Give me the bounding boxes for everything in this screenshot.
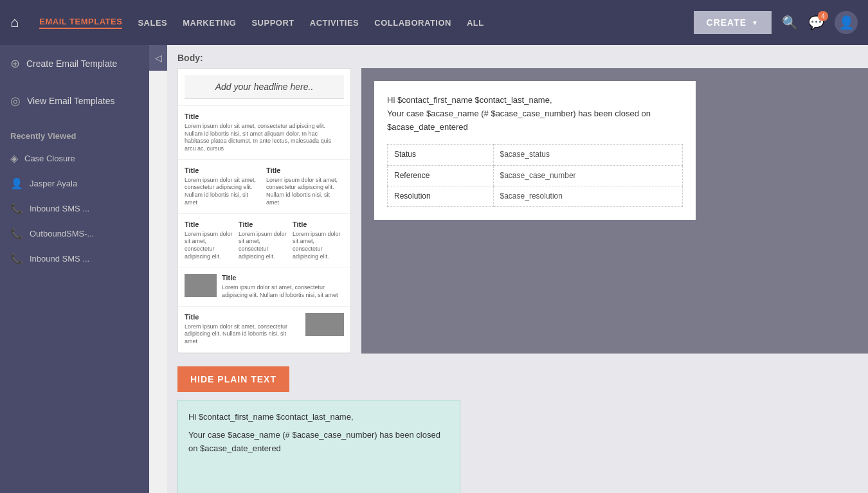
nav-sales[interactable]: SALES xyxy=(138,18,167,28)
tmpl-title-col1: Title xyxy=(185,166,262,174)
case-closure-icon: ◈ xyxy=(10,152,18,165)
top-navigation: ⌂ EMAIL TEMPLATES SALES MARKETING SUPPOR… xyxy=(0,0,868,45)
sidebar: ⊕ Create Email Template ◎ View Email Tem… xyxy=(0,45,149,493)
user-avatar[interactable]: 👤 xyxy=(835,11,858,34)
preview-body-line2: $acase_date_entered xyxy=(387,122,468,132)
status-field-label: Status xyxy=(388,145,494,165)
template-option-headline[interactable]: Add your headline here.. xyxy=(178,69,350,106)
collapse-icon: ◁ xyxy=(155,53,162,63)
inbound-sms-1-icon: 📞 xyxy=(10,202,23,215)
recent-label-inbound-sms-2: Inbound SMS ... xyxy=(30,254,89,264)
tmpl-title-3c2: Title xyxy=(239,220,290,228)
recent-item-jasper-ayala[interactable]: 👤 Jasper Ayala xyxy=(0,171,149,196)
create-button[interactable]: CREATE ▼ xyxy=(694,11,772,34)
email-preview-area: Hi $contact_first_name $contact_last_nam… xyxy=(361,68,868,354)
template-option-image-right[interactable]: Title Lorem ipsum dolor sit amet, consec… xyxy=(178,307,350,353)
tmpl-title-img-left: Title xyxy=(222,274,344,282)
nav-collaboration[interactable]: COLLABORATION xyxy=(374,18,451,28)
recent-label-outbound-sms: OutboundSMS-... xyxy=(30,229,94,238)
recent-label-case-closure: Case Closure xyxy=(24,154,75,163)
template-picker: Add your headline here.. Title Lorem ips… xyxy=(177,68,351,354)
inbound-sms-2-icon: 📞 xyxy=(10,253,23,265)
preview-body-line1: Your case $acase_name (# $acase_case_num… xyxy=(387,109,651,118)
status-field-value: $acase_status xyxy=(493,145,682,165)
tmpl-title-img-right: Title xyxy=(185,313,300,321)
sidebar-create-label: Create Email Template xyxy=(26,58,117,69)
home-icon[interactable]: ⌂ xyxy=(10,14,19,31)
tmpl-three-col-wrapper: Title Lorem ipsum dolor sit amet, consec… xyxy=(185,220,344,261)
tmpl-text-col2: Lorem ipsum dolor sit amet, consectetur … xyxy=(266,177,344,207)
preview-greeting: Hi $contact_first_name $contact_last_nam… xyxy=(387,94,683,134)
tmpl-text-3c1: Lorem ipsum dolor sit amet, consectetur … xyxy=(185,231,236,261)
sidebar-collapse-button[interactable]: ◁ xyxy=(149,45,167,71)
content-area: Add your headline here.. Title Lorem ips… xyxy=(167,68,868,366)
nav-all[interactable]: ALL xyxy=(467,18,484,28)
jasper-ayala-icon: 👤 xyxy=(10,177,23,190)
tmpl-three-col-3: Title Lorem ipsum dolor sit amet, consec… xyxy=(293,220,344,261)
tmpl-img-right-wrapper: Title Lorem ipsum dolor sit amet, consec… xyxy=(185,313,344,346)
recent-item-inbound-sms-2[interactable]: 📞 Inbound SMS ... xyxy=(0,246,149,271)
tmpl-two-col-wrapper: Title Lorem ipsum dolor sit amet, consec… xyxy=(185,166,344,207)
tmpl-text-img-right: Lorem ipsum dolor sit amet, consectetur … xyxy=(185,323,300,346)
nav-support[interactable]: SUPPORT xyxy=(251,18,294,28)
sidebar-item-create-template[interactable]: ⊕ Create Email Template xyxy=(0,45,149,82)
tmpl-img-left-wrapper: Title Lorem ipsum dolor sit amet, consec… xyxy=(185,274,344,299)
template-option-two-col[interactable]: Title Lorem ipsum dolor sit amet, consec… xyxy=(178,160,350,214)
tmpl-three-col-1: Title Lorem ipsum dolor sit amet, consec… xyxy=(185,220,236,261)
recent-item-outbound-sms[interactable]: 📞 OutboundSMS-... xyxy=(0,221,149,246)
resolution-field-label: Resolution xyxy=(388,186,494,206)
user-icon: 👤 xyxy=(838,15,854,30)
tmpl-img-left-content: Title Lorem ipsum dolor sit amet, consec… xyxy=(222,274,344,299)
tmpl-text-3c2: Lorem ipsum dolor sit amet, consectetur … xyxy=(239,231,290,261)
tmpl-title-3c1: Title xyxy=(185,220,236,228)
template-headline-text: Add your headline here.. xyxy=(185,75,344,99)
body-label: Body: xyxy=(167,45,868,68)
template-option-image-left[interactable]: Title Lorem ipsum dolor sit amet, consec… xyxy=(178,267,350,306)
tmpl-img-right-content: Title Lorem ipsum dolor sit amet, consec… xyxy=(185,313,300,346)
template-option-single-col[interactable]: Title Lorem ipsum dolor sit amet, consec… xyxy=(178,106,350,160)
tmpl-text-1: Lorem ipsum dolor sit amet, consectetur … xyxy=(185,123,344,153)
nav-activities[interactable]: ACTIVITIES xyxy=(310,18,359,28)
tmpl-three-col-2: Title Lorem ipsum dolor sit amet, consec… xyxy=(239,220,290,261)
tmpl-title-col2: Title xyxy=(266,166,344,174)
sidebar-view-label: View Email Templates xyxy=(27,96,114,106)
resolution-field-value: $acase_resolution xyxy=(493,186,682,206)
table-row-reference: Reference $acase_case_number xyxy=(388,165,683,186)
main-content-area: Body: Add your headline here.. Title Lor… xyxy=(167,45,868,493)
recent-item-case-closure[interactable]: ◈ Case Closure xyxy=(0,146,149,171)
tmpl-title-1: Title xyxy=(185,112,344,120)
plain-text-area: Hi $contact_first_name $contact_last_nam… xyxy=(177,400,460,493)
plain-text-line1: Hi $contact_first_name $contact_last_nam… xyxy=(188,411,449,424)
bottom-section: HIDE PLAIN TEXT Hi $contact_first_name $… xyxy=(167,366,868,493)
hide-plain-text-button[interactable]: HIDE PLAIN TEXT xyxy=(177,366,289,392)
template-option-three-col[interactable]: Title Lorem ipsum dolor sit amet, consec… xyxy=(178,214,350,268)
notifications-button[interactable]: 💬 4 xyxy=(808,15,824,30)
recent-label-jasper-ayala: Jasper Ayala xyxy=(30,179,77,188)
create-plus-icon: ⊕ xyxy=(10,57,20,71)
nav-email-templates[interactable]: EMAIL TEMPLATES xyxy=(39,17,122,29)
tmpl-text-3c3: Lorem ipsum dolor sit amet, consectetur … xyxy=(293,231,344,261)
preview-case-table: Status $acase_status Reference $acase_ca… xyxy=(387,144,683,207)
tmpl-title-3c3: Title xyxy=(293,220,344,228)
outbound-sms-icon: 📞 xyxy=(10,228,23,240)
notification-badge: 4 xyxy=(818,11,828,21)
search-icon[interactable]: 🔍 xyxy=(782,15,798,30)
tmpl-text-col1: Lorem ipsum dolor sit amet, consectetur … xyxy=(185,177,262,207)
create-label: CREATE xyxy=(707,17,747,28)
tmpl-image-placeholder-left xyxy=(185,274,217,297)
reference-field-label: Reference xyxy=(388,165,494,186)
recent-item-inbound-sms-1[interactable]: 📞 Inbound SMS ... xyxy=(0,196,149,221)
tmpl-col-2: Title Lorem ipsum dolor sit amet, consec… xyxy=(266,166,344,207)
recently-viewed-header: Recently Viewed xyxy=(0,120,149,146)
plain-text-line2: Your case $acase_name (# $acase_case_num… xyxy=(188,429,449,456)
view-templates-icon: ◎ xyxy=(10,94,21,108)
sidebar-item-view-templates[interactable]: ◎ View Email Templates xyxy=(0,82,149,120)
preview-greeting-text: Hi $contact_first_name $contact_last_nam… xyxy=(387,95,552,105)
nav-right-actions: CREATE ▼ 🔍 💬 4 👤 xyxy=(694,11,858,34)
tmpl-text-img-left: Lorem ipsum dolor sit amet, consectetur … xyxy=(222,284,344,299)
tmpl-image-placeholder-right xyxy=(305,313,344,336)
reference-field-value: $acase_case_number xyxy=(493,165,682,186)
create-arrow-icon: ▼ xyxy=(752,19,759,26)
email-preview-box: Hi $contact_first_name $contact_last_nam… xyxy=(374,81,696,220)
nav-marketing[interactable]: MARKETING xyxy=(183,18,236,28)
